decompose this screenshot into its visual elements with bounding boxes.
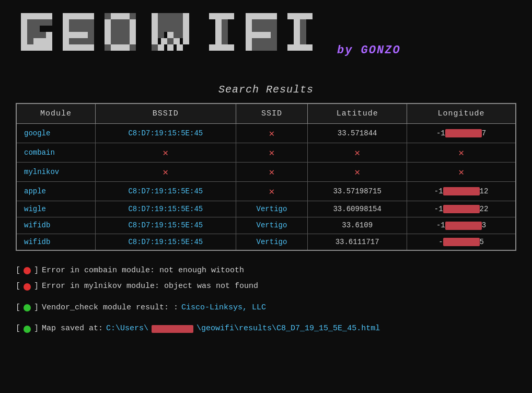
- svg-rect-69: [111, 44, 117, 51]
- svg-rect-153: [271, 19, 277, 26]
- svg-rect-155: [258, 26, 264, 32]
- cell-longitude: -112: [407, 182, 516, 201]
- table-row: appleC8:D7:19:15:5E:45✕33.57198715-112: [16, 182, 516, 201]
- svg-rect-93: [183, 26, 189, 32]
- svg-rect-61: [105, 19, 111, 26]
- cell-ssid: ✕: [236, 182, 307, 201]
- svg-rect-47: [82, 19, 88, 26]
- svg-rect-154: [252, 26, 258, 32]
- svg-rect-125: [215, 19, 222, 26]
- svg-rect-150: [252, 19, 258, 26]
- svg-rect-175: [287, 44, 294, 51]
- svg-rect-89: [183, 13, 189, 19]
- svg-rect-49: [69, 26, 75, 32]
- log-text-4b: C:\Users\: [106, 321, 148, 337]
- svg-rect-152: [264, 19, 271, 26]
- svg-rect-172: [294, 26, 300, 32]
- svg-rect-120: [152, 44, 158, 51]
- svg-rect-22: [27, 26, 33, 32]
- svg-rect-42: [75, 44, 82, 51]
- log-section: [ ] Error in combain module: not enough …: [16, 263, 516, 337]
- table-row: wigleC8:D7:19:15:5E:45Vertigo33.60998154…: [16, 201, 516, 217]
- cell-ssid: Vertigo: [236, 201, 307, 217]
- svg-rect-5: [21, 19, 27, 26]
- table-row: combain✕✕✕✕: [16, 143, 516, 163]
- svg-rect-63: [105, 26, 111, 32]
- col-header-module: Module: [16, 103, 95, 124]
- svg-rect-66: [130, 32, 136, 38]
- table-row: wifidbC8:D7:19:15:5E:45Vertigo33.6111717…: [16, 234, 516, 250]
- svg-rect-104: [158, 13, 164, 19]
- svg-rect-29: [69, 13, 75, 19]
- svg-rect-101: [158, 44, 164, 51]
- dot-red-2: [24, 283, 31, 291]
- svg-rect-177: [300, 44, 306, 51]
- svg-rect-140: [264, 13, 271, 19]
- svg-text:by GONZO: by GONZO: [337, 44, 401, 57]
- cell-ssid: Vertigo: [236, 217, 307, 234]
- svg-rect-68: [130, 38, 136, 44]
- cell-longitude: -5: [407, 234, 516, 250]
- svg-rect-160: [258, 38, 264, 44]
- svg-rect-118: [177, 32, 183, 38]
- svg-rect-81: [117, 32, 123, 38]
- svg-rect-136: [222, 38, 228, 44]
- svg-rect-28: [63, 13, 69, 19]
- svg-rect-130: [215, 44, 222, 51]
- svg-rect-0: [21, 13, 27, 19]
- svg-rect-147: [264, 32, 271, 38]
- cell-ssid: ✕: [236, 163, 307, 182]
- svg-rect-141: [271, 13, 277, 19]
- cell-latitude: ✕: [308, 163, 407, 182]
- cell-longitude: -17: [407, 124, 516, 143]
- svg-rect-67: [105, 38, 111, 44]
- svg-rect-105: [164, 13, 170, 19]
- cell-module: apple: [16, 182, 95, 201]
- svg-rect-7: [21, 32, 27, 38]
- log-line-1: [ ] Error in combain module: not enough …: [16, 263, 516, 279]
- svg-rect-83: [111, 38, 117, 44]
- svg-rect-1: [27, 13, 33, 19]
- svg-rect-52: [88, 26, 94, 32]
- cell-latitude: 33.6109: [308, 217, 407, 234]
- svg-rect-12: [46, 32, 52, 38]
- svg-rect-144: [246, 32, 252, 38]
- svg-rect-33: [63, 19, 69, 26]
- svg-rect-103: [177, 44, 183, 51]
- svg-rect-53: [88, 32, 94, 38]
- svg-rect-14: [27, 44, 33, 51]
- svg-rect-75: [117, 19, 123, 26]
- cell-ssid: Vertigo: [236, 234, 307, 250]
- cell-module: wigle: [16, 201, 95, 217]
- svg-rect-113: [164, 26, 170, 32]
- cell-bssid: ✕: [95, 163, 236, 182]
- svg-rect-94: [152, 32, 158, 38]
- cell-bssid: C8:D7:19:15:5E:45: [95, 124, 236, 143]
- svg-rect-4: [46, 13, 52, 19]
- svg-rect-159: [252, 38, 258, 44]
- svg-rect-56: [82, 38, 88, 44]
- cell-bssid: C8:D7:19:15:5E:45: [95, 201, 236, 217]
- svg-rect-170: [306, 13, 313, 19]
- svg-rect-23: [33, 26, 40, 32]
- svg-rect-99: [174, 38, 180, 44]
- svg-rect-137: [246, 13, 252, 19]
- svg-rect-19: [33, 19, 40, 26]
- svg-rect-146: [258, 32, 264, 38]
- dot-green-4: [24, 326, 31, 333]
- svg-rect-46: [75, 19, 82, 26]
- cell-latitude: ✕: [308, 143, 407, 163]
- svg-rect-27: [27, 38, 33, 44]
- svg-rect-79: [123, 26, 130, 32]
- svg-rect-127: [215, 32, 222, 38]
- svg-rect-164: [258, 44, 264, 51]
- svg-rect-57: [88, 38, 94, 44]
- col-header-ssid: SSID: [236, 103, 307, 124]
- svg-rect-11: [46, 38, 52, 44]
- svg-rect-123: [222, 13, 228, 19]
- svg-rect-45: [69, 19, 75, 26]
- svg-rect-91: [183, 19, 189, 26]
- cell-latitude: 33.57198715: [308, 182, 407, 201]
- svg-rect-135: [222, 32, 228, 38]
- redacted-path: [152, 325, 193, 333]
